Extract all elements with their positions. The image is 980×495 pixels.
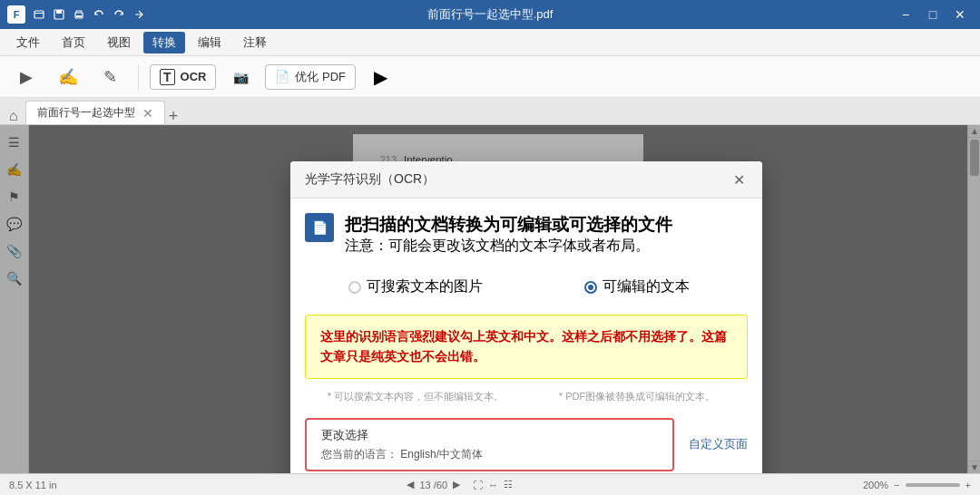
editable-text-option[interactable]: 可编辑的文本 (526, 270, 748, 304)
custom-page-link[interactable]: 自定义页面 (689, 436, 748, 452)
tab-label: 前面行号一起选中型 (37, 105, 135, 121)
menu-home[interactable]: 首页 (53, 32, 94, 53)
title-bar: F (0, 0, 980, 29)
svg-rect-2 (56, 10, 62, 14)
image-icon: 📷 (233, 70, 249, 84)
minimize-button[interactable]: − (893, 5, 918, 24)
zoom-value: 200% (863, 480, 888, 490)
app-icon: F (7, 5, 25, 24)
ocr-mode-options: 可搜索文本的图片 可编辑的文本 (305, 270, 748, 304)
fit-page-icon[interactable]: ⛶ (473, 480, 483, 490)
editable-note: * PDF图像被替换成可编辑的文本。 (526, 390, 748, 403)
searchable-note: * 可以搜索文本内容，但不能编辑文本。 (305, 390, 526, 403)
hand-tool-button[interactable]: ✍ (51, 60, 85, 94)
page-number: 13 /60 (419, 480, 447, 490)
modal-header: 光学字符识别（OCR） ✕ (290, 161, 762, 199)
language-section: 更改选择 您当前的语言： English/中文简体 自定义页面 (305, 418, 748, 471)
radio-descriptions: * 可以搜索文本内容，但不能编辑文本。 * PDF图像被替换成可编辑的文本。 (305, 390, 748, 403)
searchable-image-radio[interactable] (348, 281, 361, 294)
prev-page-button[interactable]: ◀ (407, 479, 414, 490)
language-value: English/中文简体 (400, 448, 483, 461)
title-bar-buttons (31, 6, 147, 23)
select-icon: ▶ (20, 67, 33, 87)
ocr-message-text: 这里的识别语言强烈建议勾上英文和中文。这样之后都不用选择了。这篇文章只是纯英文也… (320, 326, 732, 367)
document-scan-icon: 📄 (312, 220, 328, 235)
title-bar-left: F (7, 5, 147, 24)
content-area: ☰ ✍ ⚑ 💬 📎 🔍 213Interventio 214group will… (0, 125, 980, 473)
home-icon[interactable]: ⌂ (9, 108, 18, 124)
maximize-button[interactable]: □ (920, 5, 946, 24)
more-tools-icon: ▶ (374, 66, 387, 88)
close-button[interactable]: ✕ (947, 5, 973, 24)
language-change-label: 更改选择 (321, 427, 658, 443)
select-tool-button[interactable]: ▶ (9, 60, 44, 94)
zoom-slider[interactable] (906, 483, 960, 487)
more-button[interactable] (131, 6, 147, 23)
modal-body: 📄 把扫描的文档转换为可编辑或可选择的文件 注意：可能会更改该文档的文本字体或者… (290, 199, 762, 473)
menu-annotate[interactable]: 注释 (234, 32, 276, 53)
tab-close-button[interactable]: ✕ (142, 106, 153, 121)
open-button[interactable] (31, 6, 47, 23)
new-tab-button[interactable]: + (169, 108, 179, 124)
searchable-image-label: 可搜索文本的图片 (367, 277, 483, 296)
zoom-controls: 200% − + (863, 480, 971, 490)
editable-text-label: 可编辑的文本 (603, 277, 690, 296)
svg-rect-0 (34, 11, 44, 18)
current-language: 您当前的语言： English/中文简体 (321, 447, 658, 462)
ocr-dialog: 光学字符识别（OCR） ✕ 📄 把扫描的文档转换为可编辑或可选择的文件 注意：可… (290, 161, 762, 473)
zoom-out-button[interactable]: − (894, 480, 899, 490)
modal-title: 光学字符识别（OCR） (305, 171, 435, 188)
tab-bar: ⌂ 前面行号一起选中型 ✕ + (0, 98, 980, 125)
fit-width-icon[interactable]: ↔ (488, 480, 498, 490)
window-title: 前面行号一起选中型.pdf (427, 6, 554, 23)
more-tools-button[interactable]: ▶ (363, 60, 397, 94)
editable-text-radio[interactable] (584, 281, 597, 294)
svg-rect-4 (76, 15, 82, 17)
menu-file[interactable]: 文件 (7, 32, 49, 53)
zoom-in-button[interactable]: + (965, 480, 971, 490)
modal-description: 📄 把扫描的文档转换为可编辑或可选择的文件 注意：可能会更改该文档的文本字体或者… (305, 213, 748, 256)
save-button[interactable] (51, 6, 67, 23)
ocr-message-box: 这里的识别语言强烈建议勾上英文和中文。这样之后都不用选择了。这篇文章只是纯英文也… (305, 315, 748, 379)
language-box: 更改选择 您当前的语言： English/中文简体 (305, 418, 674, 471)
menu-edit[interactable]: 编辑 (189, 32, 230, 53)
modal-desc-text: 把扫描的文档转换为可编辑或可选择的文件 注意：可能会更改该文档的文本字体或者布局… (345, 213, 672, 256)
view-mode-icon[interactable]: ☷ (504, 479, 513, 490)
optimize-icon: 📄 (275, 70, 289, 83)
redo-button[interactable] (111, 6, 127, 23)
menu-bar: 文件 首页 视图 转换 编辑 注释 (0, 29, 980, 56)
modal-desc-title: 把扫描的文档转换为可编辑或可选择的文件 (345, 213, 672, 237)
radio-dot (588, 285, 593, 290)
ocr-icon: T (160, 69, 175, 85)
menu-view[interactable]: 视图 (98, 32, 140, 53)
edit-icon: ✎ (103, 67, 117, 87)
separator1 (138, 64, 139, 90)
modal-desc-note: 注意：可能会更改该文档的文本字体或者布局。 (345, 237, 672, 256)
edit-tool-button[interactable]: ✎ (93, 60, 127, 94)
searchable-image-option[interactable]: 可搜索文本的图片 (305, 270, 526, 304)
modal-overlay: 光学字符识别（OCR） ✕ 📄 把扫描的文档转换为可编辑或可选择的文件 注意：可… (0, 125, 980, 473)
window-controls: − □ ✕ (893, 5, 973, 24)
ocr-dialog-icon: 📄 (305, 213, 334, 242)
modal-close-button[interactable]: ✕ (730, 170, 748, 189)
optimize-pdf-button[interactable]: 📄 优化 PDF (265, 64, 356, 90)
image-icon-button[interactable]: 📷 (223, 60, 258, 94)
undo-button[interactable] (91, 6, 107, 23)
language-label: 您当前的语言： (321, 448, 397, 461)
hand-icon: ✍ (58, 67, 78, 87)
menu-convert[interactable]: 转换 (143, 32, 185, 53)
print-button[interactable] (71, 6, 87, 23)
toolbar: ▶ ✍ ✎ T OCR 📷 📄 优化 PDF ▶ (0, 56, 980, 98)
next-page-button[interactable]: ▶ (453, 479, 460, 490)
page-navigation: ◀ 13 /60 ▶ ⛶ ↔ ☷ (407, 479, 513, 490)
status-bar: 8.5 X 11 in ◀ 13 /60 ▶ ⛶ ↔ ☷ 200% − + (0, 473, 980, 495)
document-tab[interactable]: 前面行号一起选中型 ✕ (25, 101, 165, 124)
ocr-button[interactable]: T OCR (150, 64, 216, 90)
page-size-info: 8.5 X 11 in (9, 480, 57, 490)
app-window: F (0, 0, 980, 495)
